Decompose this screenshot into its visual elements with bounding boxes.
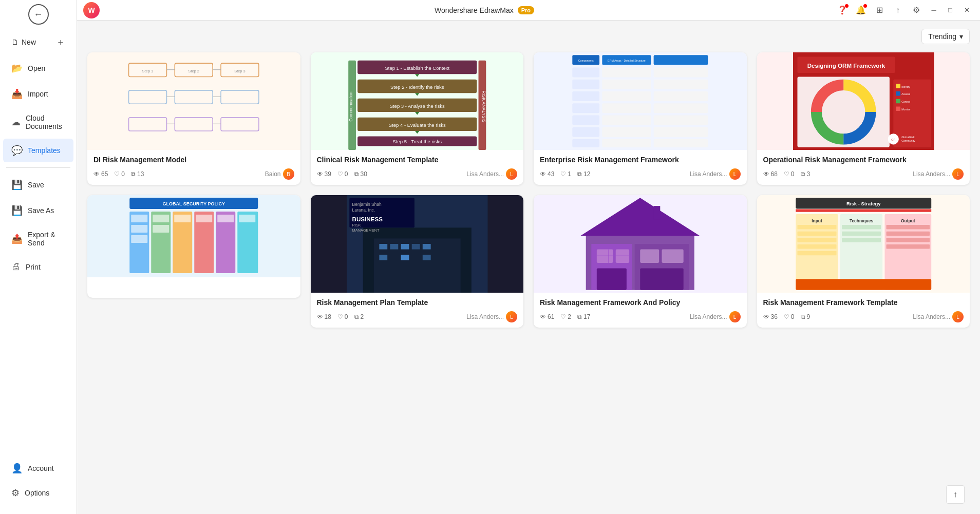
sidebar-item-account[interactable]: 👤 Account	[3, 456, 73, 480]
svg-text:Step 3 - Analyse the risks: Step 3 - Analyse the risks	[389, 103, 444, 109]
svg-rect-42	[572, 68, 599, 78]
views-risk-fp: 👁 61	[540, 313, 554, 320]
views-clinical: 👁 39	[317, 170, 331, 178]
export-icon: 📤	[11, 233, 23, 244]
content-topbar: Trending ▾	[87, 29, 970, 44]
svg-rect-137	[796, 210, 931, 212]
new-label: New	[22, 38, 53, 46]
templates-icon: 💬	[11, 145, 23, 156]
views-enterprise: 👁 43	[540, 170, 554, 178]
risk-fp-diagram	[534, 195, 747, 293]
svg-rect-156	[796, 279, 931, 290]
template-info-orm: Operational Risk Management Framework 👁 …	[757, 150, 970, 185]
user-avatar[interactable]: W	[83, 2, 100, 18]
author-enterprise: Lisa Anders... L	[690, 168, 741, 180]
template-meta-di-risk: 👁 65 ♡ 0 ⧉ 13 Baion B	[93, 168, 294, 180]
orm-diagram: Designing ORM Framework	[757, 52, 970, 150]
print-icon: 🖨	[11, 261, 21, 272]
save-as-icon: 💾	[11, 205, 23, 216]
sidebar-item-export-send[interactable]: 📤 Export & Send	[3, 224, 73, 253]
svg-rect-47	[654, 80, 708, 89]
svg-rect-48	[572, 91, 599, 101]
app-title: Wondershare EdrawMax	[435, 6, 514, 14]
template-title-clinical: Clinical Risk Management Template	[317, 155, 518, 164]
svg-text:Step 3: Step 3	[234, 69, 245, 73]
sidebar-item-print[interactable]: 🖨 Print	[3, 255, 73, 278]
svg-rect-96	[153, 215, 169, 222]
template-grid: Step 1 Step 2 Step 3	[87, 52, 970, 328]
likes-orm: ♡ 0	[784, 170, 795, 178]
sidebar-item-options[interactable]: ⚙ Options	[3, 481, 73, 505]
svg-rect-45	[572, 80, 599, 89]
svg-text:Step 1: Step 1	[142, 69, 153, 73]
cloud-icon: ☁	[11, 117, 21, 128]
sidebar-item-new[interactable]: 🗋 New ＋	[3, 30, 73, 54]
help-button[interactable]: ❓	[834, 2, 851, 18]
template-title-rm-strategy: Risk Management Framework Template	[763, 298, 964, 307]
svg-rect-57	[572, 127, 599, 137]
author-avatar-risk-fp: L	[729, 311, 741, 322]
share-icon: ↑	[896, 6, 900, 15]
window-controls: ❓ 🔔 ⊞ ↑ ⚙ ─ □ ✕	[834, 2, 974, 18]
settings-button[interactable]: ⚙	[908, 2, 925, 18]
svg-rect-99	[196, 215, 212, 222]
svg-text:RISK ANALYSIS: RISK ANALYSIS	[481, 90, 486, 123]
template-card-clinical-risk[interactable]: Step 1 - Establish the Context Step 2 - …	[311, 52, 524, 185]
svg-text:GlobalRisk: GlobalRisk	[901, 136, 915, 139]
sidebar-item-cloud-documents[interactable]: ☁ Cloud Documents	[3, 108, 73, 137]
template-thumb-risk-plan: Benjamin Shah Larana, Inc. BUSINESS RISK…	[311, 195, 524, 293]
svg-rect-112	[401, 255, 409, 260]
svg-text:Components: Components	[578, 59, 594, 62]
svg-rect-123	[654, 206, 661, 219]
sidebar-item-save[interactable]: 💾 Save	[3, 173, 73, 197]
author-di-risk: Baion B	[265, 168, 294, 180]
svg-text:Monitor: Monitor	[901, 108, 911, 111]
author-avatar-di-risk: B	[283, 168, 294, 180]
svg-rect-148	[797, 251, 836, 255]
share-button[interactable]: ↑	[890, 2, 906, 18]
svg-text:Techniques: Techniques	[849, 218, 873, 223]
settings-icon: ⚙	[913, 5, 920, 15]
svg-rect-51	[572, 103, 599, 113]
close-button[interactable]: ✕	[959, 3, 974, 17]
template-thumb-risk-fp	[534, 195, 747, 293]
back-button[interactable]: ←	[28, 4, 49, 25]
template-card-di-risk[interactable]: Step 1 Step 2 Step 3	[87, 52, 300, 185]
svg-rect-49	[602, 91, 651, 101]
sort-dropdown[interactable]: Trending ▾	[921, 29, 970, 44]
maximize-button[interactable]: □	[943, 3, 957, 17]
print-label: Print	[26, 263, 41, 271]
svg-rect-100	[217, 215, 234, 222]
titlebar-left: W	[83, 2, 135, 18]
author-orm: Lisa Anders... L	[913, 168, 964, 180]
scroll-top-button[interactable]: ↑	[946, 485, 965, 504]
back-button-area: ←	[0, 0, 77, 29]
minimize-button[interactable]: ─	[927, 3, 941, 17]
sidebar-item-save-as[interactable]: 💾 Save As	[3, 199, 73, 222]
svg-text:Identify: Identify	[901, 85, 910, 88]
template-info-risk-fp: Risk Management Framework And Policy 👁 6…	[534, 293, 747, 328]
options-label: Options	[25, 489, 49, 497]
template-card-risk-plan[interactable]: Benjamin Shah Larana, Inc. BUSINESS RISK…	[311, 195, 524, 328]
templates-label: Templates	[28, 146, 61, 155]
likes-clinical: ♡ 0	[337, 170, 348, 178]
template-card-enterprise-risk[interactable]: Components ERM Areas - Detailed Structur…	[534, 52, 747, 185]
sidebar-item-import[interactable]: 📥 Import	[3, 82, 73, 106]
sidebar-item-open[interactable]: 📂 Open	[3, 56, 73, 80]
template-title-enterprise: Enterprise Risk Management Framework	[540, 155, 741, 164]
svg-rect-106	[379, 244, 387, 250]
svg-rect-43	[602, 68, 651, 78]
template-card-rm-strategy[interactable]: Risk - Strategy Input Techniques Output	[757, 195, 970, 328]
svg-rect-145	[797, 232, 836, 236]
sidebar-item-templates[interactable]: 💬 Templates	[3, 139, 73, 162]
template-card-orm[interactable]: Designing ORM Framework	[757, 52, 970, 185]
svg-rect-131	[640, 269, 683, 290]
svg-rect-144	[797, 225, 836, 229]
notification-button[interactable]: 🔔	[853, 2, 869, 18]
svg-rect-111	[379, 255, 387, 260]
apps-button[interactable]: ⊞	[871, 2, 888, 18]
template-card-partial[interactable]: GLOBAL SECURITY POLICY	[87, 195, 300, 298]
template-title-risk-fp: Risk Management Framework And Policy	[540, 298, 741, 307]
pro-badge: Pro	[518, 6, 534, 14]
template-card-risk-fp[interactable]: Risk Management Framework And Policy 👁 6…	[534, 195, 747, 328]
